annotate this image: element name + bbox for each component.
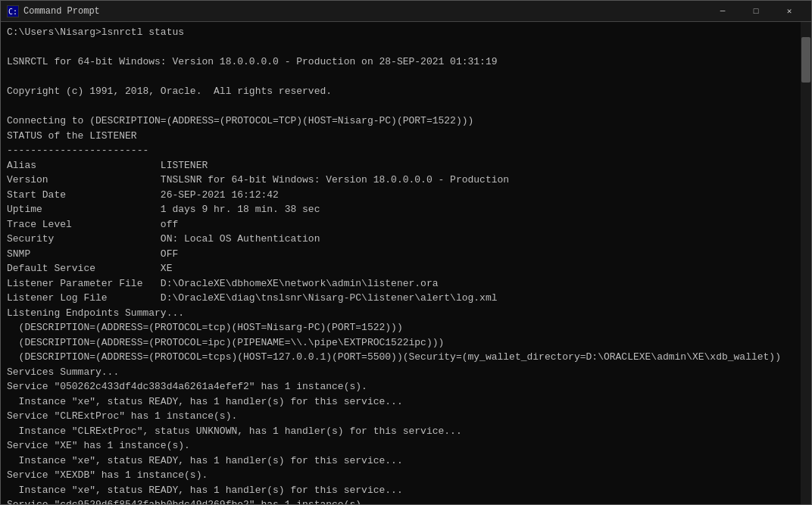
terminal-line: Default Service XE [7, 261, 795, 276]
close-button[interactable]: ✕ [773, 4, 805, 19]
terminal-line: Uptime 1 days 9 hr. 18 min. 38 sec [7, 202, 795, 217]
maximize-button[interactable]: □ [740, 4, 772, 19]
terminal-line: Instance "CLRExtProc", status UNKNOWN, h… [7, 424, 795, 439]
terminal-line: Alias LISTENER [7, 158, 795, 173]
title-bar-controls: ─ □ ✕ [707, 4, 805, 19]
terminal-line: (DESCRIPTION=(ADDRESS=(PROTOCOL=tcps)(HO… [7, 350, 795, 365]
terminal-line [7, 99, 795, 114]
terminal-line: Instance "xe", status READY, has 1 handl… [7, 483, 795, 498]
terminal-line: Service "050262c433df4dc383d4a6261a4efef… [7, 379, 795, 394]
title-bar: C: Command Prompt ─ □ ✕ [1, 1, 811, 22]
svg-text:C:: C: [8, 8, 17, 16]
terminal-line: Instance "xe", status READY, has 1 handl… [7, 394, 795, 410]
terminal-line: (DESCRIPTION=(ADDRESS=(PROTOCOL=tcp)(HOS… [7, 320, 795, 335]
scrollbar[interactable] [801, 22, 811, 504]
terminal-line: Connecting to (DESCRIPTION=(ADDRESS=(PRO… [7, 114, 795, 129]
terminal-line: LSNRCTL for 64-bit Windows: Version 18.0… [7, 55, 795, 70]
terminal-line [7, 70, 795, 85]
terminal-line: (DESCRIPTION=(ADDRESS=(PROTOCOL=ipc)(PIP… [7, 335, 795, 351]
terminal-output[interactable]: C:\Users\Nisarg>lsnrctl statusLSNRCTL fo… [1, 22, 801, 504]
terminal-line: Service "XE" has 1 instance(s). [7, 438, 795, 454]
content-area: C:\Users\Nisarg>lsnrctl statusLSNRCTL fo… [1, 22, 811, 504]
command-prompt-window: C: Command Prompt ─ □ ✕ C:\Users\Nisarg>… [0, 0, 812, 505]
cmd-icon: C: [7, 5, 19, 17]
terminal-line: Instance "xe", status READY, has 1 handl… [7, 454, 795, 469]
title-bar-left: C: Command Prompt [7, 5, 100, 17]
terminal-line: Copyright (c) 1991, 2018, Oracle. All ri… [7, 84, 795, 99]
terminal-line [7, 40, 795, 55]
terminal-line: ------------------------ [7, 143, 795, 158]
terminal-line: Security ON: Local OS Authentication [7, 232, 795, 247]
terminal-line: Trace Level off [7, 217, 795, 232]
terminal-line: Services Summary... [7, 365, 795, 380]
terminal-line: SNMP OFF [7, 247, 795, 262]
window-title: Command Prompt [23, 6, 100, 17]
terminal-line: STATUS of the LISTENER [7, 129, 795, 144]
terminal-line: Listening Endpoints Summary... [7, 306, 795, 321]
terminal-line: Service "cdc9529d6f8543fabb0bdc49d269fbe… [7, 497, 795, 504]
minimize-button[interactable]: ─ [707, 4, 739, 19]
terminal-line: Service "CLRExtProc" has 1 instance(s). [7, 409, 795, 424]
terminal-line: Service "XEXDB" has 1 instance(s). [7, 468, 795, 483]
terminal-line: Version TNSLSNR for 64-bit Windows: Vers… [7, 173, 795, 188]
scrollbar-thumb[interactable] [801, 37, 810, 83]
terminal-line: Start Date 26-SEP-2021 16:12:42 [7, 188, 795, 203]
terminal-line: Listener Log File D:\OracleXE\diag\tnsls… [7, 291, 795, 306]
terminal-line: C:\Users\Nisarg>lsnrctl status [7, 25, 795, 40]
terminal-line: Listener Parameter File D:\OracleXE\dbho… [7, 276, 795, 291]
